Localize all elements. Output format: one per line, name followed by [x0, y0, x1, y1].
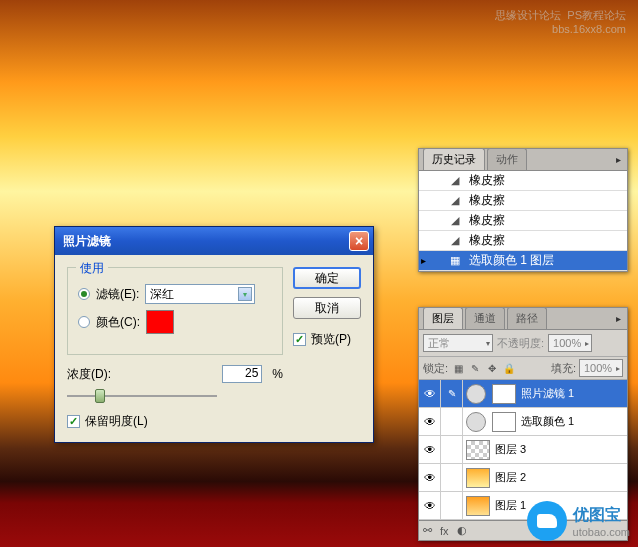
- current-indicator-icon: ▸: [421, 255, 426, 266]
- history-item[interactable]: ◢橡皮擦: [419, 231, 627, 251]
- visibility-toggle[interactable]: 👁: [419, 436, 441, 464]
- tab-history[interactable]: 历史记录: [423, 148, 485, 170]
- adjustment-icon: [466, 412, 486, 432]
- layer-row[interactable]: 👁 图层 3: [419, 436, 627, 464]
- visibility-toggle[interactable]: 👁: [419, 464, 441, 492]
- filter-radio[interactable]: [78, 288, 90, 300]
- panel-menu-icon[interactable]: ▸: [616, 154, 621, 165]
- fx-icon[interactable]: fx: [440, 525, 449, 537]
- dialog-title: 照片滤镜: [63, 233, 349, 250]
- preview-checkbox[interactable]: ✓: [293, 333, 306, 346]
- link-layers-icon[interactable]: ⚯: [423, 524, 432, 537]
- layer-thumb[interactable]: [466, 496, 490, 516]
- layer-row[interactable]: 👁 选取颜色 1: [419, 408, 627, 436]
- density-unit: %: [272, 367, 283, 381]
- slider-thumb[interactable]: [95, 389, 105, 403]
- preview-label: 预览(P): [311, 331, 351, 348]
- cancel-button[interactable]: 取消: [293, 297, 361, 319]
- adjustment-icon: [466, 384, 486, 404]
- layer-icon: ▦: [447, 254, 463, 268]
- layer-thumb[interactable]: [466, 468, 490, 488]
- density-input[interactable]: 25: [222, 365, 262, 383]
- color-radio-label: 颜色(C):: [96, 314, 140, 331]
- tab-paths[interactable]: 路径: [507, 307, 547, 329]
- use-label: 使用: [76, 260, 108, 277]
- eraser-icon: ◢: [447, 174, 463, 188]
- lock-pixels-icon[interactable]: ✎: [468, 361, 482, 375]
- history-item[interactable]: ◢橡皮擦: [419, 191, 627, 211]
- visibility-toggle[interactable]: 👁: [419, 380, 441, 408]
- photo-filter-dialog: 照片滤镜 × 使用 滤镜(E): 深红 ▾ 颜色(C):: [54, 226, 374, 443]
- link-toggle[interactable]: ✎: [441, 380, 463, 408]
- history-panel: 历史记录 动作 ▸ ◢橡皮擦 ◢橡皮擦 ◢橡皮擦 ◢橡皮擦 ▸▦选取颜色 1 图…: [418, 148, 628, 272]
- lock-transparency-icon[interactable]: ▦: [451, 361, 465, 375]
- history-list: ◢橡皮擦 ◢橡皮擦 ◢橡皮擦 ◢橡皮擦 ▸▦选取颜色 1 图层: [419, 171, 627, 271]
- eraser-icon: ◢: [447, 194, 463, 208]
- tab-actions[interactable]: 动作: [487, 148, 527, 170]
- ok-button[interactable]: 确定: [293, 267, 361, 289]
- opacity-label: 不透明度:: [497, 336, 544, 351]
- use-fieldset: 使用 滤镜(E): 深红 ▾ 颜色(C):: [67, 267, 283, 355]
- mask-thumb[interactable]: [492, 412, 516, 432]
- mask-icon[interactable]: ◐: [457, 524, 467, 537]
- preserve-luminosity-checkbox[interactable]: ✓: [67, 415, 80, 428]
- history-item[interactable]: ◢橡皮擦: [419, 211, 627, 231]
- close-button[interactable]: ×: [349, 231, 369, 251]
- chevron-down-icon[interactable]: ▾: [238, 287, 252, 301]
- blend-mode-combo[interactable]: 正常▾: [423, 334, 493, 352]
- watermark-top: 思缘设计论坛 PS教程论坛 bbs.16xx8.com: [495, 8, 626, 35]
- visibility-toggle[interactable]: 👁: [419, 408, 441, 436]
- color-radio[interactable]: [78, 316, 90, 328]
- opacity-input[interactable]: 100%▸: [548, 334, 592, 352]
- lock-all-icon[interactable]: 🔒: [502, 361, 516, 375]
- filter-radio-label: 滤镜(E):: [96, 286, 139, 303]
- history-item[interactable]: ◢橡皮擦: [419, 171, 627, 191]
- preserve-luminosity-label: 保留明度(L): [85, 413, 148, 430]
- tab-channels[interactable]: 通道: [465, 307, 505, 329]
- density-label: 浓度(D):: [67, 366, 111, 383]
- layer-row[interactable]: 👁✎ 照片滤镜 1: [419, 380, 627, 408]
- eraser-icon: ◢: [447, 214, 463, 228]
- lock-label: 锁定:: [423, 361, 448, 376]
- fill-input[interactable]: 100%▸: [579, 359, 623, 377]
- filter-combo[interactable]: 深红 ▾: [145, 284, 255, 304]
- watermark-bottom: 优图宝 utobao.com: [527, 501, 630, 541]
- layer-row[interactable]: 👁 图层 2: [419, 464, 627, 492]
- panel-menu-icon[interactable]: ▸: [616, 313, 621, 324]
- dialog-titlebar[interactable]: 照片滤镜 ×: [55, 227, 373, 255]
- visibility-toggle[interactable]: 👁: [419, 492, 441, 520]
- eraser-icon: ◢: [447, 234, 463, 248]
- tab-layers[interactable]: 图层: [423, 307, 463, 329]
- density-slider[interactable]: [67, 387, 217, 405]
- layer-thumb[interactable]: [466, 440, 490, 460]
- history-item[interactable]: ▸▦选取颜色 1 图层: [419, 251, 627, 271]
- brand-icon: [527, 501, 567, 541]
- lock-position-icon[interactable]: ✥: [485, 361, 499, 375]
- mask-thumb[interactable]: [492, 384, 516, 404]
- color-swatch[interactable]: [146, 310, 174, 334]
- fill-label: 填充:: [551, 361, 576, 376]
